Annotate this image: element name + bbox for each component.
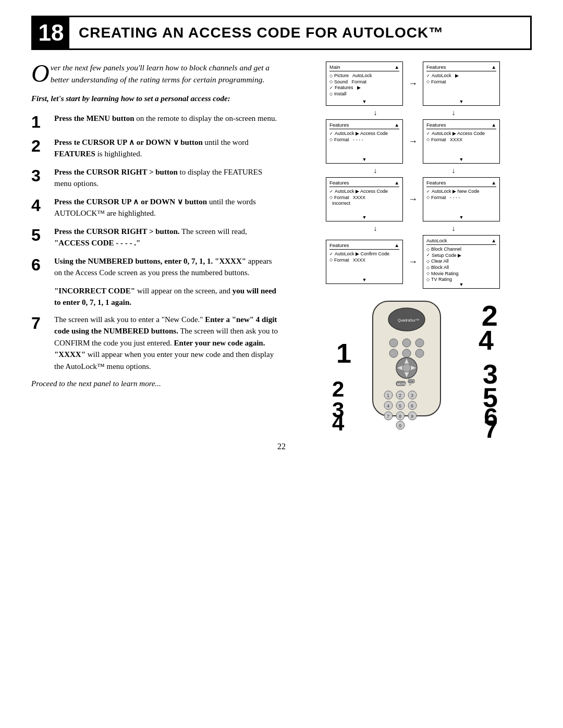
screen-row: ✓ AutoLock ▶ Access Code — [329, 131, 399, 137]
svg-point-3 — [389, 339, 398, 347]
screen-3-1-title: Features▲ — [329, 180, 399, 187]
svg-text:1: 1 — [387, 393, 389, 398]
intro-bold-italic: First, let's start by learning how to se… — [31, 93, 282, 104]
screen-row: ◇ Format - - - - — [426, 195, 496, 201]
remote-illustration: QuadraSur™ — [331, 296, 498, 431]
left-column: O ver the next few panels you'll learn h… — [31, 61, 282, 431]
screen-row: ◇ Movie Rating — [426, 271, 496, 277]
svg-text:QuadraSur™: QuadraSur™ — [398, 318, 419, 323]
screen-row: ◇ Format XXXX — [329, 257, 399, 264]
step-text-3: Press the CURSOR RIGHT > button to displ… — [54, 166, 282, 190]
step-text-7: The screen will ask you to enter a "New … — [54, 314, 282, 373]
svg-point-5 — [415, 339, 424, 347]
screen-3-2-title: Features▲ — [426, 180, 496, 187]
screen-row: ◇ Clear All — [426, 258, 496, 265]
screen-2-2-title: Features▲ — [426, 122, 496, 129]
svg-point-14 — [402, 364, 411, 372]
screen-1-2-title: Features▲ — [426, 64, 496, 71]
main-content: O ver the next few panels you'll learn h… — [31, 61, 532, 431]
remote-area: QuadraSur™ — [326, 296, 503, 431]
right-arrow-1: → — [408, 78, 418, 89]
screen-row: ✓ AutoLock ▶ Access Code — [329, 189, 399, 195]
screens-row-3: Features▲ ✓ AutoLock ▶ Access Code ◇ For… — [326, 177, 503, 221]
page: 18 Creating an Access Code for AutoLock™… — [0, 0, 563, 728]
intro-paragraph: O ver the next few panels you'll learn h… — [31, 61, 282, 86]
down-arrows-3: ↓ ↓ — [326, 225, 503, 233]
screen-row: ✓ AutoLock ▶ New Code — [426, 189, 496, 195]
svg-point-4 — [402, 339, 411, 347]
step-text-6: Using the NUMBERED buttons, enter 0, 7, … — [54, 255, 282, 279]
screen-bottom-arrow: ▼ — [362, 215, 367, 220]
svg-text:+/-: +/- — [409, 383, 412, 386]
screens-row-1: Main▲ ◇ Picture AutoLock ◇ Sound Format … — [326, 61, 503, 106]
step-number-5: 5 — [31, 227, 50, 243]
svg-point-7 — [402, 349, 411, 357]
svg-text:8: 8 — [399, 414, 401, 419]
remote-svg: QuadraSur™ — [331, 296, 498, 431]
step-3: 3 Press the CURSOR RIGHT > button to dis… — [31, 166, 282, 190]
screen-2-2: Features▲ ✓ AutoLock ▶ Access Code ◇ For… — [423, 119, 500, 164]
screen-row: ◇ Format XXXX — [329, 195, 399, 201]
screen-row: ◇ Sound Format — [329, 79, 399, 85]
step-number-2: 2 — [31, 138, 50, 154]
screen-row: ◇ Picture AutoLock — [329, 73, 399, 79]
step-1: 1 Press the MENU button on the remote to… — [31, 113, 282, 130]
svg-text:2: 2 — [399, 393, 401, 398]
screen-3-2: Features▲ ✓ AutoLock ▶ New Code ◇ Format… — [423, 177, 500, 221]
down-arrows-2: ↓ ↓ — [326, 167, 503, 175]
big-num-4-bottom: 4 — [332, 411, 344, 436]
screen-bottom-arrow: ▼ — [459, 99, 464, 104]
down-arrows-1: ↓ ↓ — [326, 109, 503, 117]
screen-row: ✓ AutoLock ▶ Confirm Code — [329, 251, 399, 257]
step-number-6: 6 — [31, 256, 50, 273]
drop-cap: O — [31, 64, 50, 83]
proceed-text: Proceed to the next panel to learn more.… — [31, 379, 282, 388]
screen-row: ✓ AutoLock ▶ Access Code — [426, 131, 496, 137]
screen-row: ◇ Block Channel — [426, 246, 496, 253]
step-5: 5 Press the CURSOR RIGHT > button. The s… — [31, 226, 282, 249]
step-7: 7 The screen will ask you to enter a "Ne… — [31, 314, 282, 373]
step-text-5: Press the CURSOR RIGHT > button. The scr… — [54, 226, 282, 249]
svg-text:6: 6 — [411, 403, 413, 409]
screen-bottom-arrow: ▼ — [362, 99, 367, 104]
screen-bottom-arrow: ▼ — [459, 215, 464, 220]
screen-3-1: Features▲ ✓ AutoLock ▶ Access Code ◇ For… — [326, 177, 403, 221]
screen-row: ◇ Install — [329, 91, 399, 97]
big-num-7: 7 — [484, 415, 498, 443]
screen-4-1: Features▲ ✓ AutoLock ▶ Confirm Code ◇ Fo… — [326, 240, 403, 284]
screen-2-1-title: Features▲ — [329, 122, 399, 129]
svg-point-8 — [415, 349, 424, 357]
big-num-1: 1 — [336, 338, 351, 369]
screen-4-1-title: Features▲ — [329, 242, 399, 250]
svg-text:0: 0 — [399, 423, 401, 428]
step-number-3: 3 — [31, 167, 50, 184]
svg-text:7: 7 — [387, 414, 389, 419]
intro-text: ver the next few panels you'll learn how… — [51, 63, 270, 84]
screen-row: ◇ Block All — [426, 265, 496, 271]
screens-row-2: Features▲ ✓ AutoLock ▶ Access Code ◇ For… — [326, 119, 503, 164]
screens-row-4: Features▲ ✓ AutoLock ▶ Confirm Code ◇ Fo… — [326, 235, 503, 289]
screen-1-1-title: Main▲ — [329, 64, 399, 71]
screen-bottom-arrow: ▼ — [362, 277, 367, 282]
screen-row: ◇ Format — [426, 79, 496, 85]
page-header: 18 Creating an Access Code for AutoLock™ — [31, 16, 532, 50]
step-4: 4 Press the CURSOR UP ∧ or DOWN ∨ button… — [31, 196, 282, 219]
right-arrow-4: → — [408, 256, 418, 267]
screen-row: ✓ Features ▶ — [329, 85, 399, 91]
svg-text:MUTE: MUTE — [397, 382, 406, 386]
screen-4-2-title: AutoLock▲ — [426, 238, 496, 245]
right-column: Main▲ ◇ Picture AutoLock ◇ Sound Format … — [297, 61, 532, 431]
svg-text:5: 5 — [399, 403, 401, 409]
screen-4-2: AutoLock▲ ◇ Block Channel ✓ Setup Code ▶… — [423, 235, 500, 289]
screen-row: ◇ Format - - - - — [329, 137, 399, 143]
screens-diagram: Main▲ ◇ Picture AutoLock ◇ Sound Format … — [326, 61, 503, 292]
screen-1-2: Features▲ ✓ AutoLock ▶ ◇ Format ▼ — [423, 61, 500, 106]
big-num-4: 4 — [479, 325, 494, 356]
step-number-7: 7 — [31, 315, 50, 331]
screen-1-1: Main▲ ◇ Picture AutoLock ◇ Sound Format … — [326, 61, 403, 106]
right-arrow-3: → — [408, 194, 418, 205]
right-arrow-2: → — [408, 136, 418, 147]
page-number-box: 18 — [33, 17, 69, 48]
screen-row: ✓ AutoLock ▶ — [426, 73, 496, 79]
screen-bottom-arrow: ▼ — [459, 282, 464, 287]
